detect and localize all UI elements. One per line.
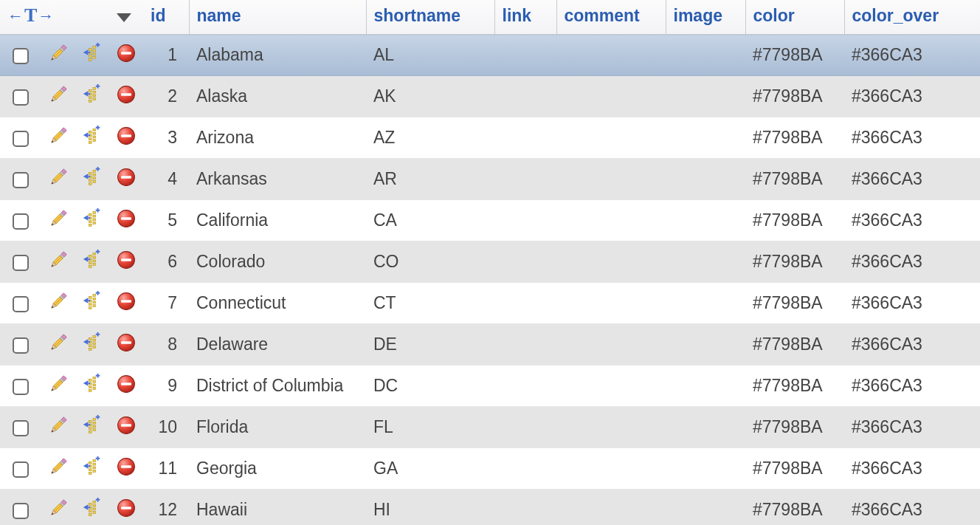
copy-icon[interactable] <box>81 332 103 358</box>
cell-name[interactable]: Florida <box>189 407 366 448</box>
cell-colorover[interactable]: #366CA3 <box>844 117 980 159</box>
cell-link[interactable] <box>494 159 556 200</box>
cell-name[interactable]: Connecticut <box>189 283 366 324</box>
cell-id[interactable]: 5 <box>143 200 189 241</box>
column-header-colorover[interactable]: color_over <box>844 0 980 35</box>
cell-colorover[interactable]: #366CA3 <box>844 35 980 76</box>
edit-icon[interactable] <box>47 290 69 317</box>
row-checkbox[interactable] <box>13 296 29 312</box>
delete-icon[interactable] <box>116 332 137 357</box>
cell-comment[interactable] <box>556 490 666 526</box>
cell-color[interactable]: #7798BA <box>745 324 844 366</box>
delete-icon[interactable] <box>116 415 137 440</box>
row-menu-header[interactable] <box>109 0 143 35</box>
cell-comment[interactable] <box>556 76 666 117</box>
cell-colorover[interactable]: #366CA3 <box>844 159 980 200</box>
cell-image[interactable] <box>666 283 745 324</box>
cell-shortname[interactable]: GA <box>366 448 494 490</box>
copy-icon[interactable] <box>81 125 103 151</box>
cell-colorover[interactable]: #366CA3 <box>844 241 980 283</box>
cell-shortname[interactable]: DE <box>366 324 494 366</box>
cell-name[interactable]: District of Columbia <box>189 366 366 407</box>
cell-name[interactable]: Georgia <box>189 448 366 490</box>
row-checkbox[interactable] <box>13 503 29 519</box>
cell-link[interactable] <box>494 241 556 283</box>
delete-icon[interactable] <box>116 208 137 233</box>
row-checkbox[interactable] <box>13 337 29 354</box>
cell-id[interactable]: 12 <box>143 490 189 526</box>
cell-id[interactable]: 11 <box>143 448 189 490</box>
cell-shortname[interactable]: CA <box>366 200 494 241</box>
cell-name[interactable]: Arkansas <box>189 159 366 200</box>
copy-icon[interactable] <box>81 456 103 482</box>
cell-colorover[interactable]: #366CA3 <box>844 76 980 117</box>
delete-icon[interactable] <box>116 167 137 192</box>
edit-icon[interactable] <box>47 373 69 399</box>
cell-id[interactable]: 1 <box>143 35 189 76</box>
copy-icon[interactable] <box>81 249 103 275</box>
cell-link[interactable] <box>494 76 556 117</box>
column-header-comment[interactable]: comment <box>556 0 666 35</box>
edit-icon[interactable] <box>47 456 69 482</box>
edit-icon[interactable] <box>47 42 69 69</box>
cell-comment[interactable] <box>556 283 666 324</box>
copy-icon[interactable] <box>81 42 103 69</box>
row-checkbox[interactable] <box>13 172 29 188</box>
copy-icon[interactable] <box>81 166 103 193</box>
cell-image[interactable] <box>666 324 745 366</box>
row-checkbox[interactable] <box>13 48 29 64</box>
text-tool-header[interactable]: ←T→ <box>0 0 109 35</box>
cell-comment[interactable] <box>556 366 666 407</box>
column-header-image[interactable]: image <box>666 0 745 35</box>
cell-colorover[interactable]: #366CA3 <box>844 490 980 526</box>
cell-image[interactable] <box>666 76 745 117</box>
cell-colorover[interactable]: #366CA3 <box>844 200 980 241</box>
delete-icon[interactable] <box>116 43 137 68</box>
cell-shortname[interactable]: FL <box>366 407 494 448</box>
cell-id[interactable]: 2 <box>143 76 189 117</box>
copy-icon[interactable] <box>81 83 103 110</box>
row-checkbox[interactable] <box>13 131 29 147</box>
edit-icon[interactable] <box>47 332 69 358</box>
cell-comment[interactable] <box>556 117 666 159</box>
cell-link[interactable] <box>494 324 556 366</box>
edit-icon[interactable] <box>47 83 69 110</box>
cell-color[interactable]: #7798BA <box>745 283 844 324</box>
cell-color[interactable]: #7798BA <box>745 241 844 283</box>
cell-color[interactable]: #7798BA <box>745 407 844 448</box>
edit-icon[interactable] <box>47 497 69 524</box>
cell-comment[interactable] <box>556 448 666 490</box>
delete-icon[interactable] <box>116 498 137 523</box>
cell-comment[interactable] <box>556 159 666 200</box>
cell-colorover[interactable]: #366CA3 <box>844 324 980 366</box>
delete-icon[interactable] <box>116 291 137 316</box>
cell-color[interactable]: #7798BA <box>745 117 844 159</box>
delete-icon[interactable] <box>116 250 137 275</box>
cell-id[interactable]: 8 <box>143 324 189 366</box>
copy-icon[interactable] <box>81 414 103 441</box>
column-header-color[interactable]: color <box>745 0 844 35</box>
row-checkbox[interactable] <box>13 255 29 271</box>
cell-shortname[interactable]: CT <box>366 283 494 324</box>
cell-link[interactable] <box>494 366 556 407</box>
cell-comment[interactable] <box>556 407 666 448</box>
row-checkbox[interactable] <box>13 420 29 436</box>
cell-color[interactable]: #7798BA <box>745 448 844 490</box>
cell-comment[interactable] <box>556 241 666 283</box>
edit-icon[interactable] <box>47 249 69 275</box>
cell-link[interactable] <box>494 448 556 490</box>
cell-id[interactable]: 6 <box>143 241 189 283</box>
cell-id[interactable]: 10 <box>143 407 189 448</box>
cell-shortname[interactable]: AL <box>366 35 494 76</box>
delete-icon[interactable] <box>116 456 137 481</box>
row-checkbox[interactable] <box>13 89 29 106</box>
row-checkbox[interactable] <box>13 213 29 230</box>
column-header-name[interactable]: name <box>189 0 366 35</box>
copy-icon[interactable] <box>81 290 103 317</box>
cell-name[interactable]: Alaska <box>189 76 366 117</box>
cell-id[interactable]: 7 <box>143 283 189 324</box>
cell-name[interactable]: Alabama <box>189 35 366 76</box>
cell-id[interactable]: 9 <box>143 366 189 407</box>
cell-image[interactable] <box>666 241 745 283</box>
edit-icon[interactable] <box>47 207 69 234</box>
